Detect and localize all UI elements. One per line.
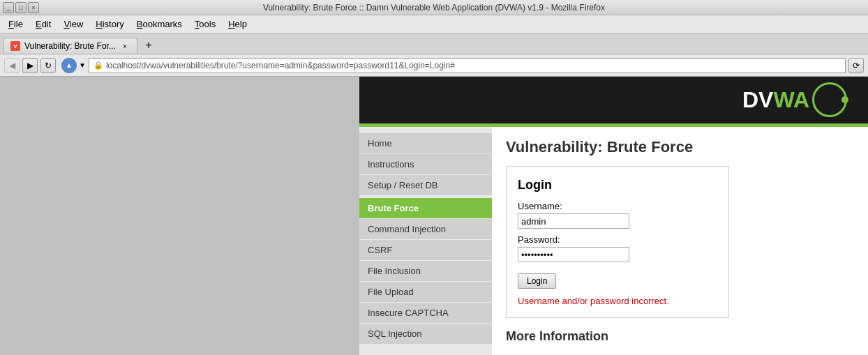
error-message: Username and/or password incorrect. [518, 296, 717, 306]
home-button[interactable]: ⟳ [848, 58, 864, 73]
profile-dropdown[interactable]: ▼ [79, 61, 86, 69]
menu-bookmarks[interactable]: Bookmarks [131, 17, 188, 31]
password-input[interactable] [518, 247, 629, 262]
url-input[interactable]: 🔒 localhost /dvwa/vulnerabilities/brute/… [89, 58, 846, 73]
nav-instructions[interactable]: Instructions [359, 154, 492, 174]
tab-favicon: V [10, 41, 20, 51]
back-button[interactable]: ◀ [4, 58, 20, 73]
menu-tools[interactable]: Tools [189, 17, 221, 31]
page-title: Vulnerability: Brute Force [506, 138, 854, 156]
tab-close-button[interactable]: × [120, 41, 130, 51]
username-input[interactable] [518, 213, 629, 229]
new-tab-button[interactable]: + [140, 37, 157, 54]
minimize-btn[interactable]: _ [3, 2, 14, 13]
favicon-text: V [13, 43, 17, 50]
site-content: DVWA Home Instructions Setup / Reset DB … [359, 77, 868, 355]
browser-content: DVWA Home Instructions Setup / Reset DB … [0, 77, 868, 355]
dvwa-logo-text: DVWA [742, 87, 809, 113]
address-bar: ◀ ▶ ↻ ▲ ▼ 🔒 localhost /dvwa/vulnerabilit… [0, 54, 868, 77]
dvwa-header: DVWA [359, 77, 868, 123]
url-path: /dvwa/vulnerabilities/brute/?username=ad… [139, 61, 455, 70]
nav-command-injection[interactable]: Command Injection [359, 219, 492, 239]
dvwa-main: Home Instructions Setup / Reset DB Brute… [359, 127, 868, 355]
left-panel [0, 77, 359, 355]
menu-bar: File Edit View History Bookmarks Tools H… [0, 15, 868, 33]
more-info-title: More Information [506, 329, 854, 344]
login-box: Login Username: Password: Login Username… [506, 166, 729, 318]
dvwa-nav: Home Instructions Setup / Reset DB Brute… [359, 127, 492, 355]
window-title: Vulnerability: Brute Force :: Damn Vulne… [263, 3, 605, 13]
username-group: Username: [518, 201, 717, 229]
menu-history[interactable]: History [90, 17, 129, 31]
menu-view[interactable]: View [58, 17, 89, 31]
menu-help[interactable]: Help [223, 17, 253, 31]
tab-title: Vulnerability: Brute For... [24, 41, 116, 51]
reload-button[interactable]: ↻ [40, 58, 56, 73]
nav-file-inclusion[interactable]: File Inclusion [359, 261, 492, 281]
menu-edit[interactable]: Edit [30, 17, 57, 31]
nav-sql-injection[interactable]: SQL Injection [359, 324, 492, 344]
nav-section-top: Home Instructions Setup / Reset DB [359, 133, 492, 195]
password-group: Password: [518, 234, 717, 262]
nav-setup[interactable]: Setup / Reset DB [359, 175, 492, 195]
dvwa-logo-circle [812, 82, 847, 117]
forward-button[interactable]: ▶ [22, 58, 38, 73]
browser-tab[interactable]: V Vulnerability: Brute For... × [3, 38, 137, 54]
login-button[interactable]: Login [518, 273, 556, 289]
username-label: Username: [518, 201, 717, 211]
maximize-btn[interactable]: □ [15, 2, 27, 13]
profile-area: ▲ ▼ [61, 58, 86, 73]
title-bar: _ □ × Vulnerability: Brute Force :: Damn… [0, 0, 868, 15]
nav-home[interactable]: Home [359, 133, 492, 153]
nav-csrf[interactable]: CSRF [359, 240, 492, 260]
nav-section-vulns: Brute Force Command Injection CSRF File … [359, 198, 492, 344]
dvwa-content: Vulnerability: Brute Force Login Usernam… [492, 127, 868, 355]
nav-file-upload[interactable]: File Upload [359, 282, 492, 302]
menu-file[interactable]: File [3, 17, 29, 31]
tab-bar: V Vulnerability: Brute For... × + [0, 33, 868, 54]
nav-insecure-captcha[interactable]: Insecure CAPTCHA [359, 303, 492, 323]
logo-dv: DV [742, 87, 773, 112]
logo-wa: WA [773, 87, 809, 112]
login-title: Login [518, 178, 717, 192]
nav-brute-force[interactable]: Brute Force [359, 198, 492, 218]
close-btn[interactable]: × [28, 2, 39, 13]
dvwa-logo: DVWA [742, 82, 847, 117]
password-label: Password: [518, 234, 717, 245]
profile-icon[interactable]: ▲ [61, 58, 77, 73]
url-protocol: localhost [106, 61, 139, 70]
window-controls[interactable]: _ □ × [3, 2, 39, 13]
